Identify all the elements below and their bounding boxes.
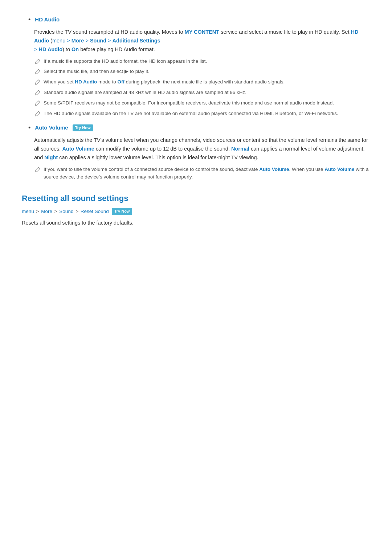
paren-close: ) to <box>62 46 72 52</box>
auto-volume-body: Automatically adjusts the TV's volume le… <box>28 136 370 162</box>
auto-volume-section: Auto Volume Try Now Automatically adjust… <box>28 123 370 181</box>
pencil-icon-3 <box>34 79 41 86</box>
note-text-2: Select the music file, and then select ▶… <box>44 68 150 75</box>
reset-breadcrumb: menu > More > Sound > Reset Sound Try No… <box>22 208 370 216</box>
auto-volume-bold2: Auto Volume <box>324 167 354 172</box>
resetting-section-title: Resetting all sound settings <box>22 192 370 205</box>
pencil-icon-4 <box>34 90 41 96</box>
pencil-icon-2 <box>34 69 41 75</box>
arrow3: > <box>106 38 113 44</box>
bc-reset-sound[interactable]: Reset Sound <box>81 209 109 214</box>
pencil-icon-6 <box>34 111 41 117</box>
note-text-3: When you set HD Audio mode to Off during… <box>44 78 285 86</box>
my-content-link[interactable]: MY CONTENT <box>185 29 220 35</box>
hd-audio-body: Provides the TV sound resampled at HD au… <box>28 28 370 54</box>
off-bold-inline: Off <box>118 79 125 85</box>
hd-audio-bold-inline: HD Audio <box>75 79 97 85</box>
note-item-5: Some S/PDIF receivers may not be compati… <box>34 99 370 107</box>
menu-link[interactable]: menu <box>52 38 65 44</box>
reset-body-text: Resets all sound settings to the factory… <box>22 219 370 227</box>
auto-volume-label: Auto Volume <box>35 123 68 132</box>
note-text-5: Some S/PDIF receivers may not be compati… <box>44 99 334 107</box>
main-content-list: HD Audio Provides the TV sound resampled… <box>22 15 370 181</box>
auto-volume-bold1: Auto Volume <box>259 167 289 172</box>
auto-volume-note-item: If you want to use the volume control of… <box>34 166 370 181</box>
arrow2: > <box>84 38 90 44</box>
pencil-icon-1 <box>34 58 41 65</box>
hd-audio-label: HD Audio <box>35 15 60 24</box>
sound-link1[interactable]: Sound <box>90 38 106 44</box>
note-text-4: Standard audio signals are sampled at 48… <box>44 89 246 97</box>
pencil-icon-av <box>34 167 41 173</box>
note-item-2: Select the music file, and then select ▶… <box>34 68 370 75</box>
auto-volume-body2: can modify the volume up to 12 dB to equ… <box>94 146 231 152</box>
normal-link[interactable]: Normal <box>231 146 249 152</box>
hd-audio-notes: If a music file supports the HD audio fo… <box>28 58 370 118</box>
paren-open: ( <box>49 38 52 44</box>
note-item-4: Standard audio signals are sampled at 48… <box>34 89 370 97</box>
hd-audio-inline-link2[interactable]: HD Audio <box>39 46 63 52</box>
hd-audio-body4: before playing HD Audio format. <box>79 46 155 52</box>
auto-volume-link-inline[interactable]: Auto Volume <box>62 146 94 152</box>
auto-volume-body4: can applies a slightly lower volume leve… <box>58 155 258 160</box>
hd-audio-body1: Provides the TV sound resampled at HD au… <box>34 29 185 35</box>
bc-menu[interactable]: menu <box>22 209 34 214</box>
pencil-icon-5 <box>34 100 41 107</box>
note-item-6: The HD audio signals available on the TV… <box>34 110 370 118</box>
on-text: On <box>72 46 79 52</box>
bc-sep2: > <box>54 209 59 214</box>
bc-sound[interactable]: Sound <box>59 209 73 214</box>
arrow1: > <box>65 38 72 44</box>
hd-audio-body2: service and select a music file to play … <box>219 29 351 35</box>
auto-volume-try-now-badge[interactable]: Try Now <box>73 124 93 132</box>
auto-volume-notes: If you want to use the volume control of… <box>28 166 370 181</box>
reset-try-now-badge[interactable]: Try Now <box>112 208 132 215</box>
more-link1[interactable]: More <box>72 38 84 44</box>
bc-more[interactable]: More <box>41 209 52 214</box>
auto-volume-note-text: If you want to use the volume control of… <box>44 166 370 181</box>
note-item-1: If a music file supports the HD audio fo… <box>34 58 370 65</box>
arrow4: > <box>34 46 39 52</box>
additional-settings-link[interactable]: Additional Settings <box>113 38 160 44</box>
note-item-3: When you set HD Audio mode to Off during… <box>34 78 370 86</box>
bc-sep1: > <box>36 209 41 214</box>
bc-sep3: > <box>75 209 80 214</box>
night-link[interactable]: Night <box>44 155 58 160</box>
note-text-1: If a music file supports the HD audio fo… <box>44 58 207 65</box>
hd-audio-section: HD Audio Provides the TV sound resampled… <box>28 15 370 118</box>
resetting-section: Resetting all sound settings menu > More… <box>22 192 370 227</box>
auto-volume-title: Auto Volume Try Now <box>28 123 370 133</box>
note-text-6: The HD audio signals available on the TV… <box>44 110 338 118</box>
hd-audio-title: HD Audio <box>28 15 370 25</box>
